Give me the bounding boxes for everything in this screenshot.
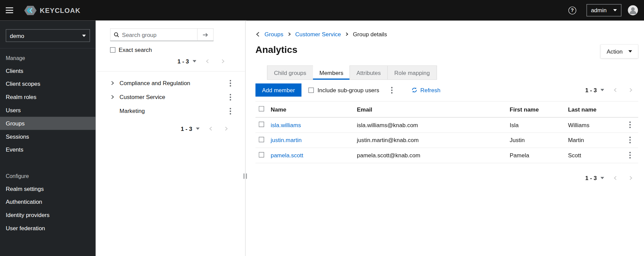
member-email: isla.williams@knab.com (354, 117, 506, 133)
members-table: Name Email First name Last name isla.wil… (255, 101, 638, 163)
refresh-button[interactable]: Refresh (412, 87, 440, 93)
expand-group-button[interactable] (110, 81, 120, 86)
keycloak-logo: KEYCLOAK (24, 5, 81, 16)
sidebar-item-events[interactable]: Events (0, 143, 96, 156)
sidebar-item-clients[interactable]: Clients (0, 64, 96, 77)
angle-left-icon (209, 126, 213, 131)
kebab-icon (230, 80, 231, 87)
exact-search-checkbox[interactable] (110, 47, 116, 53)
help-icon[interactable]: ? (568, 6, 576, 14)
row-checkbox[interactable] (259, 152, 264, 158)
pagination-range: 1 - 3 (585, 175, 597, 181)
nav-section-title: Configure (0, 166, 96, 182)
member-name-link[interactable]: isla.williams (271, 122, 301, 128)
tab-role-mapping[interactable]: Role mapping (387, 65, 437, 80)
tree-pagination-top: 1 - 3 (110, 56, 234, 66)
pagination-options-toggle[interactable] (597, 174, 608, 182)
select-all-checkbox[interactable] (259, 106, 264, 112)
realm-selector[interactable]: demo (6, 29, 90, 42)
column-header-name: Name (267, 101, 354, 117)
pagination-next-button[interactable] (219, 124, 234, 134)
sidebar-item-user-federation[interactable]: User federation (0, 221, 96, 235)
group-kebab-menu[interactable] (227, 79, 233, 87)
expand-group-button[interactable] (110, 95, 120, 100)
toolbar-kebab-menu[interactable] (389, 86, 395, 94)
group-name[interactable]: Compliance and Regulation (120, 80, 190, 86)
pagination-next-button[interactable] (623, 173, 638, 183)
sidebar-item-client-scopes[interactable]: Client scopes (0, 77, 96, 91)
groups-tree-panel: Exact search 1 - 3 (96, 21, 245, 256)
exact-search-option[interactable]: Exact search (110, 46, 234, 53)
caret-down-icon (82, 34, 86, 37)
row-checkbox[interactable] (259, 122, 264, 127)
pagination-next-button[interactable] (215, 56, 230, 66)
pagination-prev-button[interactable] (608, 85, 623, 95)
column-header-last-name: Last name (565, 101, 622, 117)
group-tree-item: Customer Service (110, 90, 234, 104)
sidebar-item-users[interactable]: Users (0, 104, 96, 117)
pagination-prev-button[interactable] (608, 173, 623, 183)
pagination-prev-button[interactable] (200, 56, 215, 66)
breadcrumb-back-button[interactable] (255, 32, 261, 37)
group-kebab-menu[interactable] (227, 93, 233, 101)
nav-toggle-button[interactable] (6, 7, 13, 13)
member-last-name: Scott (565, 148, 622, 163)
drag-handle-icon[interactable] (244, 174, 247, 179)
angle-right-icon (221, 59, 225, 64)
sidebar-item-sessions[interactable]: Sessions (0, 130, 96, 143)
sidebar-nav: demo Manage Clients Client scopes Realm … (0, 21, 96, 256)
group-name[interactable]: Customer Service (120, 94, 165, 100)
breadcrumb: Groups Customer Service Group details (255, 31, 638, 37)
row-kebab-menu[interactable] (627, 120, 633, 129)
column-header-email: Email (354, 101, 506, 117)
keycloak-admin-console: { "masthead": { "brand": "KEYCLOAK", "he… (0, 0, 644, 256)
breadcrumb-link-customer-service[interactable]: Customer Service (295, 31, 341, 37)
group-kebab-menu[interactable] (227, 107, 233, 115)
breadcrumb-current: Group details (353, 31, 387, 37)
sidebar-item-realm-roles[interactable]: Realm roles (0, 91, 96, 104)
column-header-first-name: First name (506, 101, 565, 117)
angle-left-icon (613, 87, 618, 93)
add-member-button[interactable]: Add member (255, 83, 302, 97)
row-kebab-menu[interactable] (627, 136, 633, 144)
sidebar-item-identity-providers[interactable]: Identity providers (0, 209, 96, 222)
angle-right-icon (110, 81, 115, 86)
member-email: pamela.scott@knab.com (354, 148, 506, 163)
member-first-name: Isla (506, 117, 565, 133)
row-kebab-menu[interactable] (627, 151, 633, 159)
sidebar-item-groups[interactable]: Groups (0, 117, 96, 130)
column-header-actions (622, 101, 638, 117)
pagination-next-button[interactable] (623, 85, 638, 95)
pagination-options-toggle[interactable] (597, 86, 608, 94)
pagination-options-toggle[interactable] (192, 125, 203, 133)
tab-attributes[interactable]: Attributes (350, 65, 388, 80)
member-name-link[interactable]: pamela.scott (271, 152, 303, 159)
group-search-input[interactable] (122, 32, 194, 38)
panel-resize-divider[interactable] (245, 21, 247, 256)
row-checkbox[interactable] (259, 137, 264, 142)
members-toolbar: Add member Include sub-group users (255, 83, 638, 97)
search-submit-button[interactable] (197, 28, 213, 41)
user-menu-dropdown[interactable]: admin (586, 4, 621, 16)
member-last-name: Martin (565, 133, 622, 148)
pagination-options-toggle[interactable] (189, 58, 200, 65)
angle-right-icon (288, 32, 291, 36)
include-subgroups-option[interactable]: Include sub-group users (309, 87, 379, 93)
action-dropdown-button[interactable]: Action (601, 44, 638, 58)
sidebar-item-authentication[interactable]: Authentication (0, 195, 96, 209)
tab-child-groups[interactable]: Child groups (267, 65, 313, 80)
group-name[interactable]: Marketing (120, 108, 145, 114)
avatar[interactable] (628, 5, 639, 16)
caret-down-icon (613, 9, 617, 12)
pagination-prev-button[interactable] (203, 124, 219, 134)
brand-text: KEYCLOAK (40, 6, 81, 14)
group-tree-list: Compliance and Regulation Customer Servi… (96, 76, 245, 118)
pagination-range: 1 - 3 (585, 87, 597, 93)
sidebar-item-realm-settings[interactable]: Realm settings (0, 182, 96, 195)
member-name-link[interactable]: justin.martin (271, 137, 302, 143)
breadcrumb-link-groups[interactable]: Groups (265, 31, 284, 37)
include-subgroups-checkbox[interactable] (309, 87, 314, 93)
angle-right-icon (628, 176, 633, 181)
tab-members[interactable]: Members (313, 65, 350, 80)
members-pagination-top: 1 - 3 (585, 85, 638, 95)
